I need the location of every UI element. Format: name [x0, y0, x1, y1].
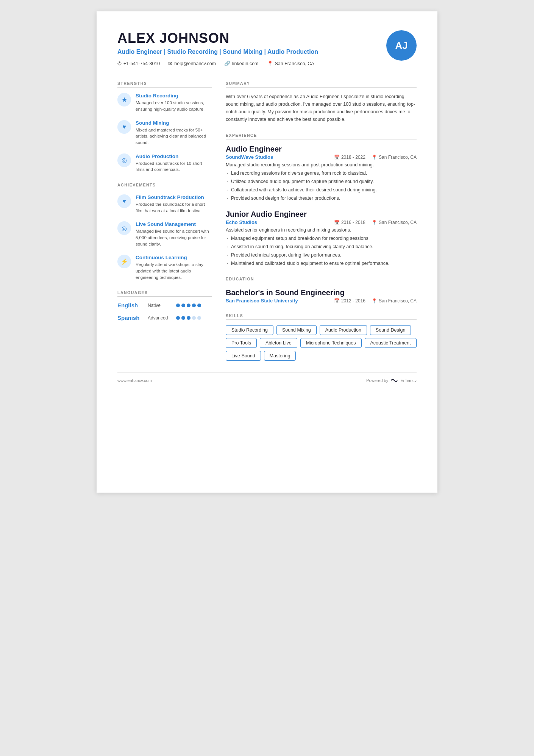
language-item-english: English Native [117, 302, 212, 308]
exp-bullets-2: Managed equipment setup and breakdown fo… [226, 235, 417, 267]
exp-desc-1: Managed studio recording sessions and po… [226, 162, 417, 167]
language-name-english: English [117, 302, 144, 308]
phone-number: +1-541-754-3010 [123, 61, 160, 66]
strength-content-1: Studio Recording Managed over 100 studio… [136, 93, 212, 112]
language-level-english: Native [148, 303, 172, 308]
skill-10: Mastering [264, 351, 296, 361]
dot-s4 [192, 316, 196, 320]
dot-s5 [197, 316, 201, 320]
strength-item-3: ◎ Audio Production Produced soundtracks … [117, 153, 212, 173]
enhancv-logo-icon [390, 378, 398, 383]
strength-icon-3: ◎ [117, 153, 131, 167]
email-icon: ✉ [168, 61, 172, 66]
contact-email: ✉ help@enhancv.com [168, 61, 216, 66]
exp-bullet-2-3: Provided technical support during live p… [226, 252, 417, 259]
achievement-icon-1: ♥ [117, 194, 131, 208]
language-row-english: English Native [117, 302, 212, 308]
dot-3 [187, 304, 190, 307]
education-meta: 📅 2012 - 2016 📍 San Francisco, CA [334, 298, 417, 304]
location-text: San Francisco, CA [275, 61, 314, 66]
skills-label: SKILLS [226, 313, 417, 320]
dot-s3 [187, 316, 190, 320]
footer: www.enhancv.com Powered by Enhancv [117, 372, 417, 383]
strength-title-2: Sound Mixing [136, 120, 212, 126]
strength-item-2: ♥ Sound Mixing Mixed and mastered tracks… [117, 120, 212, 146]
languages-list: English Native Spanish [117, 302, 212, 321]
contact-phone: ✆ +1-541-754-3010 [117, 61, 160, 66]
achievement-title-1: Film Soundtrack Production [136, 194, 212, 200]
exp-location-1: 📍 San Francisco, CA [372, 155, 417, 160]
language-name-spanish: Spanish [117, 315, 144, 321]
contact-linkedin: 🔗 linkedin.com [224, 61, 258, 66]
header-divider [117, 74, 417, 74]
education-date: 📅 2012 - 2016 [334, 298, 365, 304]
achievement-content-1: Film Soundtrack Production Produced the … [136, 194, 212, 214]
calendar-icon-2: 📅 [334, 220, 340, 225]
contact-bar: ✆ +1-541-754-3010 ✉ help@enhancv.com 🔗 l… [117, 61, 318, 66]
exp-bullet-1-4: Provided sound design for local theater … [226, 195, 417, 202]
achievements-list: ♥ Film Soundtrack Production Produced th… [117, 194, 212, 280]
skills-grid: Studio Recording Sound Mixing Audio Prod… [226, 325, 417, 361]
achievement-item-1: ♥ Film Soundtrack Production Produced th… [117, 194, 212, 214]
education-location-text: San Francisco, CA [379, 298, 417, 304]
exp-bullet-1-1: Led recording sessions for diverse genre… [226, 170, 417, 177]
strengths-label: STRENGTHS [117, 81, 212, 88]
exp-location-2: 📍 San Francisco, CA [372, 220, 417, 225]
achievements-label: ACHIEVEMENTS [117, 183, 212, 189]
strength-item-1: ★ Studio Recording Managed over 100 stud… [117, 93, 212, 112]
dot-5 [197, 304, 201, 307]
skill-1: Studio Recording [226, 325, 273, 335]
skill-9: Live Sound [226, 351, 261, 361]
resume-page: ALEX JOHNSON Audio Engineer | Studio Rec… [97, 11, 437, 493]
body-row: STRENGTHS ★ Studio Recording Managed ove… [117, 81, 417, 361]
strength-title-3: Audio Production [136, 153, 212, 159]
exp-date-1: 📅 2018 - 2022 [334, 155, 365, 160]
contact-location: 📍 San Francisco, CA [267, 61, 314, 66]
footer-website: www.enhancv.com [117, 378, 152, 383]
skill-4: Sound Design [370, 325, 411, 335]
education-block: Bachelor's in Sound Engineering San Fran… [226, 288, 417, 304]
education-row: San Francisco State University 📅 2012 - … [226, 298, 417, 304]
exp-meta-1: 📅 2018 - 2022 📍 San Francisco, CA [334, 155, 417, 160]
achievement-content-3: Continuous Learning Regularly attend wor… [136, 255, 212, 280]
avatar: AJ [386, 30, 417, 61]
exp-location-text-2: San Francisco, CA [379, 220, 417, 225]
skill-6: Ableton Live [260, 338, 297, 348]
dot-s1 [176, 316, 180, 320]
experience-label: EXPERIENCE [226, 133, 417, 139]
exp-date-text-2: 2016 - 2018 [341, 220, 365, 225]
education-title: Bachelor's in Sound Engineering [226, 288, 417, 297]
strength-content-2: Sound Mixing Mixed and mastered tracks f… [136, 120, 212, 146]
strength-desc-3: Produced soundtracks for 10 short films … [136, 160, 212, 173]
education-date-text: 2012 - 2016 [341, 298, 365, 304]
skill-2: Sound Mixing [276, 325, 317, 335]
exp-bullet-2-1: Managed equipment setup and breakdown fo… [226, 235, 417, 242]
achievement-item-2: ◎ Live Sound Management Managed live sou… [117, 221, 212, 247]
language-row-spanish: Spanish Advanced [117, 315, 212, 321]
footer-brand: Powered by Enhancv [366, 378, 417, 383]
dot-s2 [181, 316, 185, 320]
skill-5: Pro Tools [226, 338, 257, 348]
location-icon-1: 📍 [372, 155, 377, 160]
exp-bullet-2-2: Assisted in sound mixing, focusing on ac… [226, 243, 417, 250]
achievement-item-3: ⚡ Continuous Learning Regularly attend w… [117, 255, 212, 280]
education-label: EDUCATION [226, 277, 417, 283]
summary-label: SUMMARY [226, 81, 417, 88]
achievement-content-2: Live Sound Management Managed live sound… [136, 221, 212, 247]
exp-desc-2: Assisted senior engineers in recording a… [226, 227, 417, 233]
calendar-icon-1: 📅 [334, 155, 340, 160]
location-icon-2: 📍 [372, 220, 377, 225]
exp-meta-2: 📅 2016 - 2018 📍 San Francisco, CA [334, 220, 417, 225]
linkedin-url: linkedin.com [232, 61, 258, 66]
skill-8: Acoustic Treatment [365, 338, 417, 348]
location-icon: 📍 [267, 61, 273, 66]
language-dots-english [176, 304, 201, 307]
strength-desc-1: Managed over 100 studio sessions, ensuri… [136, 100, 212, 112]
candidate-name: ALEX JOHNSON [117, 30, 318, 46]
phone-icon: ✆ [117, 61, 122, 66]
dot-4 [192, 304, 196, 307]
summary-text: With over 6 years of experience as an Au… [226, 93, 417, 123]
achievement-desc-3: Regularly attend workshops to stay updat… [136, 261, 212, 280]
exp-bullet-1-3: Collaborated with artists to achieve the… [226, 186, 417, 194]
achievement-desc-2: Managed live sound for a concert with 5,… [136, 228, 212, 247]
